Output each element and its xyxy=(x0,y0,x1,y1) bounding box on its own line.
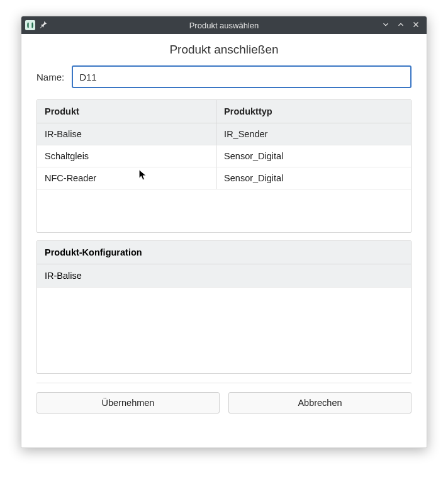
dialog-window: Produkt auswählen Produkt anschließen Na… xyxy=(21,16,427,448)
cell-product: IR-Balise xyxy=(37,123,216,145)
column-header-type[interactable]: Produkttyp xyxy=(216,100,411,123)
titlebar-controls xyxy=(381,20,427,31)
cell-type: Sensor_Digital xyxy=(216,145,411,167)
cell-type: IR_Sender xyxy=(216,123,411,145)
dialog-content: Produkt anschließen Name: Produkt Produk… xyxy=(21,34,427,447)
table-body: IR-BaliseIR_SenderSchaltgleisSensor_Digi… xyxy=(37,123,411,232)
dialog-heading: Produkt anschließen xyxy=(36,43,412,57)
config-selected-row[interactable]: IR-Balise xyxy=(37,264,411,288)
cell-product: Schaltgleis xyxy=(37,145,216,167)
cancel-button[interactable]: Abbrechen xyxy=(228,392,412,414)
name-label: Name: xyxy=(36,72,64,82)
table-row[interactable]: SchaltgleisSensor_Digital xyxy=(37,145,411,167)
apply-button[interactable]: Übernehmen xyxy=(36,392,220,414)
column-header-product[interactable]: Produkt xyxy=(37,100,216,123)
window-title: Produkt auswählen xyxy=(21,21,427,30)
config-panel: Produkt-Konfiguration IR-Balise xyxy=(36,240,412,374)
name-input[interactable] xyxy=(72,65,412,88)
cell-product: NFC-Reader xyxy=(37,167,216,189)
button-row: Übernehmen Abbrechen xyxy=(36,392,412,414)
table-header: Produkt Produkttyp xyxy=(37,100,411,123)
name-row: Name: xyxy=(36,65,412,88)
config-header: Produkt-Konfiguration xyxy=(37,241,411,264)
pin-icon[interactable] xyxy=(39,20,48,31)
maximize-icon[interactable] xyxy=(396,20,405,31)
titlebar: Produkt auswählen xyxy=(21,16,427,34)
close-icon[interactable] xyxy=(412,20,420,31)
product-table: Produkt Produkttyp IR-BaliseIR_SenderSch… xyxy=(36,99,412,233)
table-row[interactable]: NFC-ReaderSensor_Digital xyxy=(37,167,411,189)
cell-type: Sensor_Digital xyxy=(216,167,411,189)
table-row[interactable]: IR-BaliseIR_Sender xyxy=(37,123,411,145)
divider xyxy=(36,383,412,383)
titlebar-left xyxy=(21,20,48,31)
app-icon xyxy=(25,20,35,30)
minimize-icon[interactable] xyxy=(381,20,390,31)
